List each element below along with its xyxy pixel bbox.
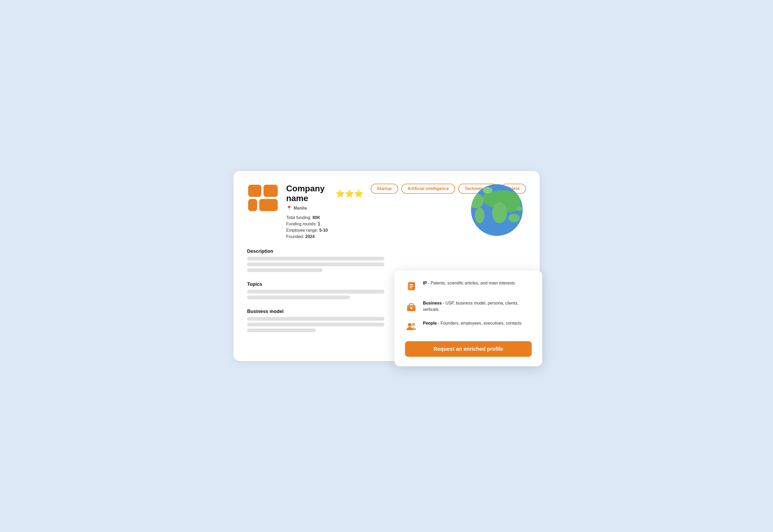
svg-rect-2 (248, 199, 257, 211)
popup-people-item: People - Founders, employees, executives… (405, 320, 532, 333)
description-section: Description (247, 249, 384, 274)
svg-point-25 (408, 323, 412, 327)
svg-point-9 (492, 202, 507, 223)
topics-section: Topics (247, 282, 384, 301)
svg-point-12 (508, 214, 520, 222)
business-model-section: Business model (247, 309, 384, 334)
company-title-row: Company name ⭐⭐⭐ (286, 184, 363, 203)
skeleton-line (247, 296, 350, 299)
star-rating: ⭐⭐⭐ (335, 189, 363, 198)
company-info: Company name ⭐⭐⭐ 📍 Manila Total funding:… (286, 184, 363, 239)
description-title: Description (247, 249, 384, 254)
ip-text: IP - Patents, scientific articles, and m… (423, 280, 515, 286)
ip-icon (405, 280, 418, 293)
founded-row: Founded: 2024 (286, 234, 363, 239)
request-enriched-profile-button[interactable]: Request an enriched profile (405, 341, 532, 357)
svg-rect-0 (248, 185, 261, 197)
svg-rect-24 (407, 306, 416, 307)
funding-rounds-row: Funding rounds: 1 (286, 222, 363, 226)
company-logo (247, 184, 279, 213)
location-row: 📍 Manila (286, 205, 363, 211)
svg-rect-19 (410, 286, 413, 287)
svg-point-11 (475, 207, 485, 223)
skeleton-line (247, 317, 384, 321)
topics-title: Topics (247, 282, 384, 287)
people-text: People - Founders, employees, executives… (423, 320, 522, 326)
svg-point-14 (516, 207, 523, 211)
people-icon (405, 320, 418, 333)
people-label: People (423, 321, 437, 325)
business-model-title: Business model (247, 309, 384, 314)
popup-ip-item: IP - Patents, scientific articles, and m… (405, 280, 532, 293)
tag-ai: Artificial intelligence (401, 184, 455, 194)
company-name: Company name (286, 184, 332, 203)
location-pin-icon: 📍 (286, 205, 292, 211)
svg-rect-3 (259, 199, 278, 211)
popup-business-item: Business - USP, business model, persona,… (405, 300, 532, 313)
svg-point-13 (483, 187, 492, 193)
globe-decoration (468, 184, 526, 236)
skeleton-line (247, 268, 322, 272)
svg-point-26 (412, 323, 415, 326)
svg-point-10 (468, 193, 484, 208)
location-text: Manila (293, 206, 307, 211)
svg-rect-1 (263, 185, 278, 197)
meta-info: Total funding: 80K Funding rounds: 1 Emp… (286, 215, 363, 239)
ip-label: IP (423, 281, 427, 285)
svg-rect-22 (409, 304, 414, 306)
svg-rect-20 (410, 287, 412, 288)
sections-area: Description Topics Business model (247, 249, 384, 334)
skeleton-line (247, 329, 316, 332)
ip-description: - Patents, scientific articles, and main… (427, 281, 515, 285)
svg-rect-18 (410, 284, 413, 285)
business-label: Business (423, 301, 442, 305)
company-profile-card: Company name ⭐⭐⭐ 📍 Manila Total funding:… (233, 171, 540, 361)
total-funding-row: Total funding: 80K (286, 215, 363, 220)
enriched-profile-popup: IP - Patents, scientific articles, and m… (395, 270, 542, 366)
business-text: Business - USP, business model, persona,… (423, 300, 532, 313)
skeleton-line (247, 263, 384, 266)
people-description: - Founders, employees, executives, conta… (437, 321, 522, 325)
business-icon (405, 300, 418, 313)
skeleton-line (247, 257, 384, 260)
svg-rect-23 (410, 307, 413, 309)
skeleton-line (247, 323, 384, 326)
tag-startup: Startup (371, 184, 398, 194)
employee-range-row: Employee range: 5-10 (286, 228, 363, 233)
svg-point-8 (482, 192, 501, 204)
skeleton-line (247, 290, 384, 293)
